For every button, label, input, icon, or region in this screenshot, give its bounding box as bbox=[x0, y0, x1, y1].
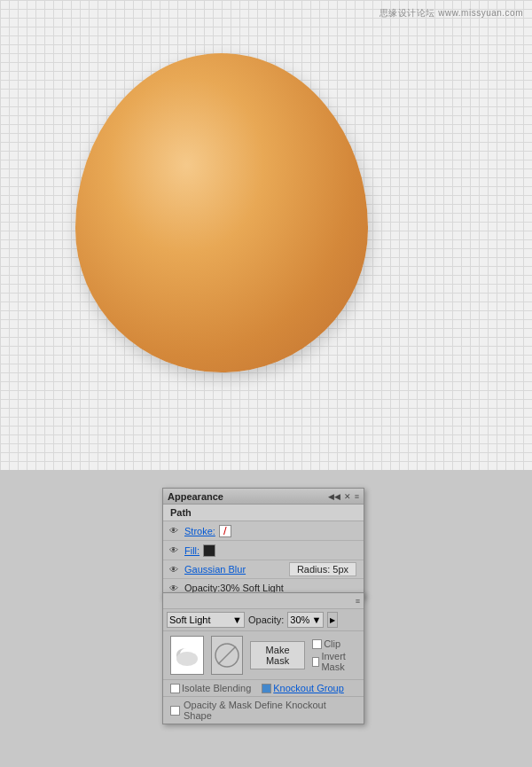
path-label: Path bbox=[170, 507, 192, 518]
transparency-panel: ≡ Soft Light ▼ Opacity: 30% ▼ ▶ bbox=[162, 592, 364, 724]
fill-row: 👁 Fill: bbox=[163, 541, 364, 560]
opacity-mask-label: Opacity & Mask Define Knockout Shape bbox=[184, 700, 356, 721]
fill-label[interactable]: Fill: bbox=[184, 545, 200, 556]
panel-controls: ◀◀ ✕ ≡ bbox=[328, 492, 359, 501]
stroke-label[interactable]: Stroke: bbox=[184, 526, 215, 536]
stroke-x-icon: / bbox=[223, 525, 227, 536]
mask-row: Make Mask Clip Invert Mask bbox=[163, 631, 364, 680]
blur-eye-icon[interactable]: 👁 bbox=[167, 562, 181, 576]
stroke-swatch[interactable]: / bbox=[219, 525, 231, 537]
svg-line-3 bbox=[218, 646, 236, 664]
blend-mode-select[interactable]: Soft Light ▼ bbox=[167, 612, 245, 628]
opacity-increment-btn[interactable]: ▶ bbox=[327, 612, 338, 628]
opacity-mask-row: Opacity & Mask Define Knockout Shape bbox=[163, 697, 364, 724]
make-mask-button[interactable]: Make Mask bbox=[250, 641, 305, 669]
blur-radius: Radius: 5px bbox=[289, 562, 356, 576]
isolate-blending-row: Isolate Blending bbox=[170, 683, 251, 693]
collapse-arrow-icon[interactable]: ◀◀ bbox=[328, 492, 340, 501]
clip-checkbox-row: Clip bbox=[312, 638, 356, 649]
fill-eye-icon[interactable]: 👁 bbox=[167, 544, 181, 558]
mask-thumb[interactable] bbox=[170, 636, 204, 675]
no-mask-svg bbox=[212, 640, 242, 670]
svg-point-1 bbox=[176, 652, 198, 666]
bottom-panel: Appearance ◀◀ ✕ ≡ Path 👁 Stroke: / 👁 Fil… bbox=[0, 470, 532, 767]
opacity-select[interactable]: 30% ▼ bbox=[287, 612, 324, 628]
invert-mask-checkbox-row: Invert Mask bbox=[312, 651, 356, 672]
opacity-mask-checkbox[interactable] bbox=[170, 706, 180, 716]
invert-mask-checkbox[interactable] bbox=[312, 657, 319, 667]
isolate-blending-checkbox[interactable] bbox=[170, 684, 180, 693]
invert-mask-label: Invert Mask bbox=[321, 651, 356, 672]
transparency-menu-icon[interactable]: ≡ bbox=[356, 597, 360, 606]
panel-menu-icon[interactable]: ≡ bbox=[355, 492, 359, 501]
stroke-eye-icon[interactable]: 👁 bbox=[167, 524, 181, 538]
knockout-group-row: Knockout Group bbox=[262, 683, 344, 693]
blend-opacity-row: Soft Light ▼ Opacity: 30% ▼ ▶ bbox=[163, 609, 364, 631]
path-row: Path bbox=[163, 505, 364, 521]
isolate-knockout-row: Isolate Blending Knockout Group bbox=[163, 680, 364, 697]
clip-label: Clip bbox=[324, 638, 340, 649]
blend-dropdown-arrow: ▼ bbox=[232, 614, 242, 625]
opacity-dropdown-arrow: ▼ bbox=[311, 614, 321, 625]
appearance-titlebar: Appearance ◀◀ ✕ ≡ bbox=[163, 489, 364, 505]
mask-thumb-svg bbox=[171, 639, 203, 671]
blur-row: 👁 Gaussian Blur Radius: 5px bbox=[163, 560, 364, 579]
blur-label[interactable]: Gaussian Blur bbox=[184, 564, 246, 575]
stroke-row: 👁 Stroke: / bbox=[163, 521, 364, 541]
clip-options: Clip Invert Mask bbox=[312, 638, 356, 672]
transparency-header: ≡ bbox=[163, 593, 364, 609]
clip-checkbox[interactable] bbox=[312, 639, 322, 649]
appearance-title: Appearance bbox=[168, 491, 223, 502]
opacity-label-trans: Opacity: bbox=[248, 614, 284, 625]
knockout-group-label: Knockout Group bbox=[273, 683, 344, 693]
knockout-group-checkbox[interactable] bbox=[262, 684, 271, 693]
blend-mode-value: Soft Light bbox=[169, 614, 210, 625]
opacity-value-trans: 30% bbox=[290, 614, 309, 625]
close-icon[interactable]: ✕ bbox=[344, 492, 351, 501]
canvas-area: 思缘设计论坛 www.missyuan.com bbox=[0, 0, 532, 470]
watermark: 思缘设计论坛 www.missyuan.com bbox=[379, 7, 523, 20]
no-mask-thumb[interactable] bbox=[211, 636, 243, 675]
isolate-blending-label: Isolate Blending bbox=[182, 683, 251, 693]
appearance-panel: Appearance ◀◀ ✕ ≡ Path 👁 Stroke: / 👁 Fil… bbox=[162, 488, 364, 599]
fill-swatch[interactable] bbox=[203, 544, 215, 557]
